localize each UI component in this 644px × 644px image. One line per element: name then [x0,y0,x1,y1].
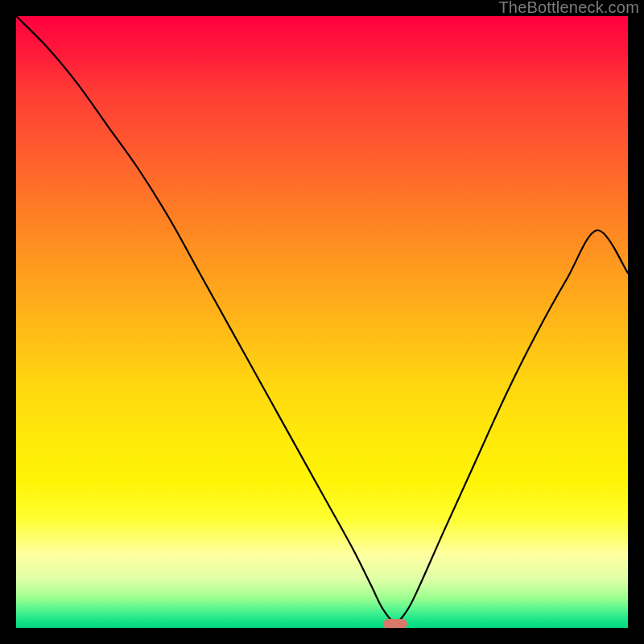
optimal-point-marker [383,619,407,628]
bottleneck-curve-svg [16,16,628,628]
watermark-text: TheBottleneck.com [498,0,639,17]
bottleneck-curve-path [16,16,628,621]
chart-frame: TheBottleneck.com [0,0,644,644]
plot-area [16,16,628,628]
